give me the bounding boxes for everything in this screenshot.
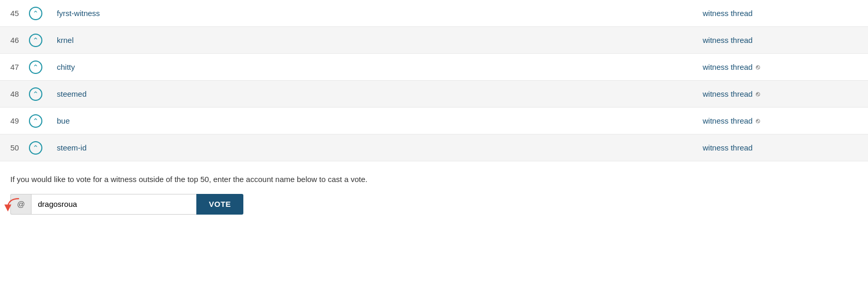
witness-thread-link[interactable]: witness thread bbox=[703, 36, 753, 44]
witness-thread-link[interactable]: witness thread bbox=[703, 143, 753, 152]
thread-cell: witness thread bbox=[703, 36, 858, 44]
table-row: 45⌃fyrst-witnesswitness thread bbox=[0, 0, 868, 27]
arrow-indicator-icon bbox=[4, 195, 23, 214]
rank-number: 47 bbox=[10, 63, 25, 71]
vote-up-button[interactable]: ⌃ bbox=[29, 34, 42, 47]
external-link-icon: ⎋ bbox=[756, 90, 760, 98]
vote-info-text: If you would like to vote for a witness … bbox=[10, 174, 858, 186]
name-cell: fyrst-witness bbox=[52, 9, 703, 18]
outside-vote-section: If you would like to vote for a witness … bbox=[0, 161, 868, 225]
external-link-icon: ⎋ bbox=[756, 63, 760, 71]
rank-number: 49 bbox=[10, 116, 25, 125]
witness-list: 45⌃fyrst-witnesswitness thread46⌃krnelwi… bbox=[0, 0, 868, 161]
vote-up-button[interactable]: ⌃ bbox=[29, 7, 42, 20]
witness-name-input[interactable] bbox=[31, 194, 196, 215]
rank-number: 45 bbox=[10, 9, 25, 18]
thread-cell: witness thread⎋ bbox=[703, 63, 858, 71]
thread-cell: witness thread⎋ bbox=[703, 89, 858, 98]
vote-up-button[interactable]: ⌃ bbox=[29, 114, 42, 128]
rank-cell: 48⌃ bbox=[10, 87, 52, 101]
table-row: 50⌃steem-idwitness thread bbox=[0, 134, 868, 161]
table-row: 47⌃chittywitness thread⎋ bbox=[0, 54, 868, 81]
vote-up-button[interactable]: ⌃ bbox=[29, 141, 42, 155]
witness-name-link[interactable]: krnel bbox=[57, 36, 74, 44]
rank-number: 46 bbox=[10, 36, 25, 44]
witness-thread-link[interactable]: witness thread bbox=[703, 89, 753, 98]
name-cell: bue bbox=[52, 116, 703, 125]
rank-cell: 50⌃ bbox=[10, 141, 52, 155]
rank-cell: 49⌃ bbox=[10, 114, 52, 128]
rank-cell: 45⌃ bbox=[10, 7, 52, 20]
rank-cell: 46⌃ bbox=[10, 34, 52, 47]
witness-thread-link[interactable]: witness thread bbox=[703, 63, 753, 71]
thread-cell: witness thread⎋ bbox=[703, 116, 858, 125]
table-row: 46⌃krnelwitness thread bbox=[0, 27, 868, 54]
external-link-icon: ⎋ bbox=[756, 117, 760, 125]
witness-name-link[interactable]: steem-id bbox=[57, 143, 87, 152]
table-row: 49⌃buewitness thread⎋ bbox=[0, 108, 868, 134]
witness-name-link[interactable]: steemed bbox=[57, 89, 87, 98]
table-row: 48⌃steemedwitness thread⎋ bbox=[0, 81, 868, 108]
name-cell: steemed bbox=[52, 89, 703, 98]
witness-name-link[interactable]: chitty bbox=[57, 63, 75, 71]
name-cell: chitty bbox=[52, 63, 703, 71]
witness-thread-link[interactable]: witness thread bbox=[703, 116, 753, 125]
vote-up-button[interactable]: ⌃ bbox=[29, 87, 42, 101]
rank-number: 50 bbox=[10, 143, 25, 152]
thread-cell: witness thread bbox=[703, 143, 858, 152]
vote-form: @ VOTE bbox=[10, 194, 858, 215]
rank-cell: 47⌃ bbox=[10, 61, 52, 74]
vote-up-button[interactable]: ⌃ bbox=[29, 61, 42, 74]
vote-button[interactable]: VOTE bbox=[196, 194, 243, 215]
rank-number: 48 bbox=[10, 89, 25, 98]
name-cell: steem-id bbox=[52, 143, 703, 152]
name-cell: krnel bbox=[52, 36, 703, 44]
thread-cell: witness thread bbox=[703, 9, 858, 18]
witness-name-link[interactable]: bue bbox=[57, 116, 70, 125]
witness-name-link[interactable]: fyrst-witness bbox=[57, 9, 100, 18]
witness-thread-link[interactable]: witness thread bbox=[703, 9, 753, 18]
